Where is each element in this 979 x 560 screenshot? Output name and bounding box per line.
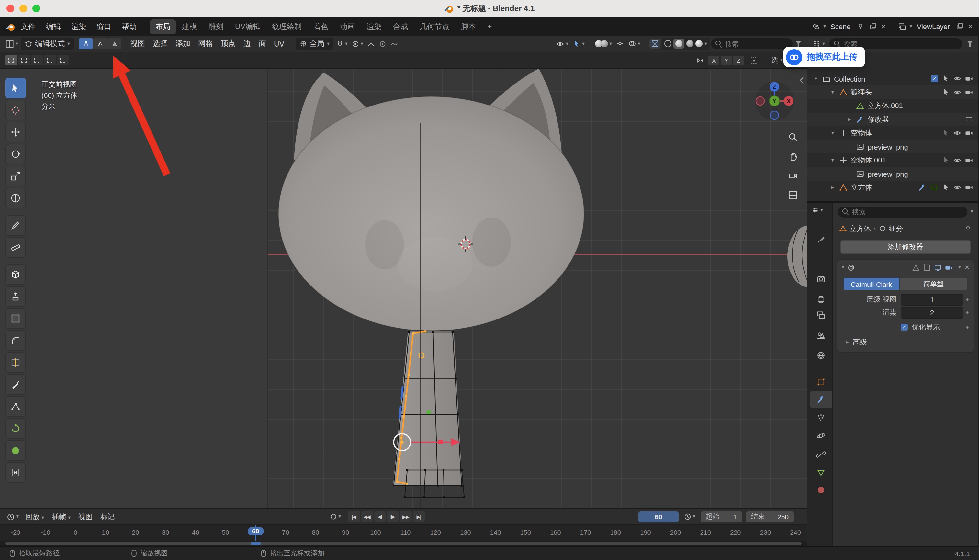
next-keyframe-button[interactable]: ▶▶	[400, 512, 412, 522]
properties-search[interactable]	[838, 206, 967, 217]
properties-tab-object[interactable]	[810, 373, 832, 390]
workspace-tab-合成[interactable]: 合成	[387, 19, 414, 34]
row-expand-caret[interactable]: ▸	[845, 117, 854, 122]
blender-menu-icon[interactable]	[5, 22, 15, 32]
eye-icon[interactable]	[953, 75, 962, 83]
modifier-blue-icon[interactable]	[918, 183, 927, 192]
viewport-search[interactable]	[711, 38, 792, 49]
row-label[interactable]: 空物体.001	[851, 155, 886, 165]
wireframe-shading-button[interactable]	[664, 40, 671, 47]
timeline-menu-回放[interactable]: 回放 ▾	[22, 510, 48, 523]
modifier-extras-dropdown[interactable]: ▾	[958, 265, 961, 270]
viewport-menu-边[interactable]: 边	[240, 38, 255, 50]
new-viewlayer-icon[interactable]	[954, 22, 965, 32]
shading-spheres-dropdown[interactable]: ▾	[594, 40, 613, 48]
properties-editor-type-button[interactable]: ▾	[811, 207, 823, 214]
tool-loop-cut-button[interactable]	[5, 352, 26, 373]
unlink-scene-icon[interactable]: ×	[880, 22, 887, 31]
properties-search-input[interactable]	[852, 208, 963, 216]
workspace-tab-脚本[interactable]: 脚本	[455, 19, 482, 34]
ortho-grid-gadget[interactable]	[784, 187, 801, 203]
jump-to-end-button[interactable]: ▶|	[413, 512, 424, 522]
breadcrumb-object[interactable]: 立方体	[849, 224, 871, 233]
tool-options-dropdown[interactable]: 选 ▾	[771, 55, 783, 65]
workspace-tab-渲染[interactable]: 渲染	[361, 19, 387, 34]
timeline-menu-标记[interactable]: 标记	[97, 510, 118, 523]
snap-target-icon[interactable]	[377, 39, 388, 48]
viewlayer-name[interactable]: ViewLayer	[914, 23, 952, 30]
row-expand-caret[interactable]: ▾	[828, 89, 837, 95]
menu-编辑[interactable]: 编辑	[41, 20, 66, 33]
overlays-toggle[interactable]: ▾	[627, 39, 642, 48]
add-modifier-button[interactable]: 添加修改器	[841, 240, 971, 254]
simple-button[interactable]: 简单型	[899, 278, 967, 290]
auto-keying-toggle[interactable]: ▾	[328, 512, 342, 521]
eye-icon[interactable]	[953, 88, 962, 97]
catmull-clark-button[interactable]: Catmull-Clark	[844, 278, 899, 290]
tool-inset-faces-button[interactable]	[5, 308, 26, 329]
select-op-mode-1[interactable]	[18, 55, 30, 65]
levels-render-field[interactable]: 2	[901, 307, 964, 318]
tool-edge-slide-button[interactable]	[5, 462, 26, 483]
viewport-menu-添加[interactable]: 添加	[172, 38, 194, 50]
fox-head[interactable]	[279, 97, 584, 331]
viewport-menu-面[interactable]: 面	[255, 38, 270, 50]
properties-options-caret[interactable]: ▾	[971, 209, 973, 214]
gizmo-minus-z[interactable]	[770, 111, 779, 120]
camera-icon[interactable]	[965, 129, 973, 137]
outliner-row-立方体[interactable]: ▸立方体	[807, 181, 978, 194]
dyntopo-wave-icon[interactable]	[389, 39, 400, 48]
timeline-ruler[interactable]: -20-100102030405060708090100110120130140…	[0, 524, 807, 541]
pin-icon[interactable]	[964, 225, 972, 232]
workspace-tab-动画[interactable]: 动画	[334, 19, 361, 34]
properties-tab-active-tool[interactable]	[810, 231, 832, 248]
play-reverse-button[interactable]: ◀	[374, 512, 385, 522]
camera-icon[interactable]	[965, 183, 973, 192]
gizmo-minus-x[interactable]	[756, 97, 764, 105]
properties-tab-material[interactable]	[810, 482, 832, 498]
outliner-row-立方体.001[interactable]: 立方体.001	[807, 99, 978, 113]
vertex-select-button[interactable]	[79, 38, 93, 49]
mirror-z-toggle[interactable]: Z	[733, 55, 744, 65]
on-cage-toggle-icon[interactable]	[912, 263, 920, 272]
scene-dropdown-caret[interactable]: ▾	[823, 24, 826, 29]
outliner-row-狐狸头[interactable]: ▾狐狸头	[807, 85, 978, 99]
scene-name[interactable]: Scene	[828, 23, 853, 30]
zoom-gadget[interactable]	[784, 128, 801, 145]
eye-icon[interactable]	[953, 156, 962, 165]
add-workspace-button[interactable]: +	[482, 20, 498, 33]
jump-to-start-button[interactable]: |◀	[348, 512, 360, 522]
play-button[interactable]: ▶	[387, 512, 399, 522]
proportional-falloff-icon[interactable]	[366, 39, 376, 48]
workspace-tab-纹理绘制[interactable]: 纹理绘制	[266, 19, 308, 34]
properties-tab-view-layer[interactable]	[810, 307, 832, 324]
edge-select-button[interactable]	[93, 38, 107, 49]
tool-move-button[interactable]	[5, 122, 26, 142]
select-op-mode-4[interactable]	[57, 55, 68, 65]
tool-add-cube-button[interactable]	[5, 264, 26, 285]
scene-icon[interactable]	[811, 22, 821, 32]
viewport-grid-area[interactable]	[267, 68, 807, 508]
properties-tab-particles[interactable]	[810, 409, 832, 426]
fox-neck[interactable]	[393, 332, 462, 486]
menu-渲染[interactable]: 渲染	[66, 20, 91, 33]
material-shading-button[interactable]	[686, 40, 694, 47]
navigation-gizmo[interactable]: Z X Y	[754, 80, 795, 122]
screen-icon[interactable]	[965, 115, 973, 123]
screen-green-icon[interactable]	[930, 183, 938, 192]
render-toggle-icon[interactable]	[945, 263, 953, 272]
workspace-tab-UV编辑[interactable]: UV编辑	[229, 19, 266, 34]
realtime-toggle-icon[interactable]	[934, 263, 942, 272]
frame-end-field[interactable]: 结束 250	[746, 511, 794, 522]
viewlayer-dropdown-caret[interactable]: ▾	[910, 24, 912, 29]
camera-icon[interactable]	[965, 75, 973, 83]
eye-icon[interactable]	[953, 183, 962, 192]
checkbox-icon[interactable]: ✓	[931, 75, 938, 82]
menu-帮助[interactable]: 帮助	[117, 20, 142, 33]
row-expand-caret[interactable]: ▾	[811, 76, 821, 82]
tool-bevel-button[interactable]	[5, 330, 26, 351]
properties-tab-constraints[interactable]	[810, 446, 832, 463]
pointer-icon[interactable]	[941, 88, 950, 97]
select-tool-dropdown[interactable]: ▾	[571, 39, 586, 48]
outliner-row-preview_png[interactable]: preview_png	[807, 140, 978, 153]
